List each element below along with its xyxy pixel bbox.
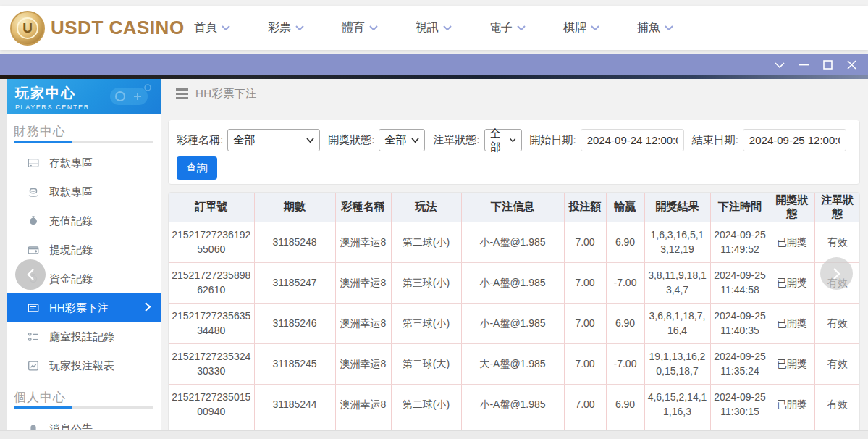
sidebar-item-hh-lottery-bets[interactable]: HH彩票下注 [7, 293, 161, 322]
nav-item-home[interactable]: 首頁 [194, 20, 230, 35]
table-row: 215217272353243033031185245澳洲幸运8第二球(大)大-… [169, 343, 860, 384]
table-cell: 6.90 [606, 303, 644, 343]
table-cell: 有效 [814, 384, 860, 425]
column-header: 注單狀態 [814, 193, 860, 222]
filter-row: 彩種名稱: 全部 開獎狀態: 全部 注單狀態: 全部 [177, 129, 851, 151]
filter-order-status: 注單狀態: 全部 [433, 129, 521, 151]
column-header: 輸贏 [606, 193, 644, 222]
sidebar-item-label: 資金記錄 [49, 272, 93, 286]
close-button[interactable] [845, 59, 858, 72]
nav-item-sports[interactable]: 體育 [342, 20, 378, 35]
minimize-button[interactable] [797, 59, 810, 72]
sidebar-item-deposit-area[interactable]: 存款專區 [7, 149, 161, 177]
chevron-down-icon [775, 62, 785, 68]
nav-item-cards[interactable]: 棋牌 [563, 20, 599, 35]
chevron-down-icon [306, 138, 314, 143]
titlebar-collapse-button[interactable] [773, 59, 786, 72]
search-button[interactable]: 查詢 [177, 156, 217, 180]
nav-item-lottery[interactable]: 彩票 [268, 20, 304, 35]
lottery-ticket-icon [27, 301, 40, 314]
select-value: 全部 [233, 133, 255, 147]
table-cell: 第三球(小) [391, 262, 461, 303]
scroll-right-button[interactable] [820, 257, 853, 290]
breadcrumb: HH彩票下注 [161, 79, 868, 109]
sidebar-item-player-bet-report[interactable]: 玩家投注報表 [7, 351, 161, 380]
column-header: 投注額 [564, 193, 606, 222]
table-cell: 第二球(大) [391, 343, 461, 384]
table-cell: 有效 [814, 343, 860, 384]
table-cell [814, 425, 860, 430]
table-cell: 7.00 [564, 384, 606, 425]
table-row: 215217272358986261031185247澳洲幸运8第三球(小)小-… [169, 262, 860, 303]
table-cell: 2152172723619255060 [169, 222, 254, 262]
column-header: 玩法 [391, 193, 461, 222]
chevron-down-icon [591, 25, 599, 30]
sidebar-item-label: 存款專區 [49, 156, 93, 170]
column-header: 開獎狀態 [770, 193, 814, 222]
sidebar-item-label: 取款專區 [49, 185, 93, 199]
menu-toggle-icon[interactable] [176, 88, 188, 99]
nav-item-fishing[interactable]: 捕魚 [637, 20, 673, 35]
sidebar-collapse-button[interactable] [15, 259, 46, 290]
nav-item-label: 捕魚 [637, 20, 660, 35]
order-status-select[interactable]: 全部 [484, 129, 522, 151]
maximize-button[interactable] [821, 59, 834, 72]
chevron-down-icon [665, 25, 673, 30]
checklist-icon [27, 330, 40, 343]
maximize-icon [823, 60, 833, 70]
sidebar-item-announcements[interactable]: 消息公告 [7, 414, 161, 430]
table-cell: 31185244 [254, 384, 335, 425]
nav-item-video[interactable]: 視訊 [416, 20, 452, 35]
table-cell: 2024-09-25 11:35:24 [710, 343, 770, 384]
column-header: 開獎結果 [644, 193, 710, 222]
table-cell: 第二球(小) [391, 222, 461, 262]
brand-name: USDT CASINO [51, 17, 185, 39]
table-cell: 7.00 [564, 222, 606, 262]
table-cell [564, 425, 606, 430]
select-value: 全部 [384, 133, 406, 147]
table-cell: 7.00 [564, 343, 606, 384]
table-cell: 有效 [814, 303, 860, 343]
start-date-input[interactable] [581, 129, 684, 151]
deposit-card-icon [27, 156, 40, 170]
filter-panel: 彩種名稱: 全部 開獎狀態: 全部 注單狀態: 全部 [168, 120, 860, 185]
table-cell: 31185246 [254, 303, 335, 343]
table-cell: 澳洲幸运8 [335, 384, 391, 425]
filter-start-date: 開始日期: [530, 129, 684, 151]
table-cell: 19,1,13,16,20,15,18,7 [644, 343, 710, 384]
sidebar-item-room-bet-records[interactable]: 廳室投註記錄 [7, 322, 161, 351]
nav-item-label: 電子 [489, 20, 513, 35]
column-header: 彩種名稱 [335, 193, 391, 222]
draw-status-select[interactable]: 全部 [379, 129, 425, 151]
sidebar-item-label: 提現記錄 [49, 243, 93, 257]
table-cell: 1,6,3,16,5,13,12,19 [644, 222, 710, 262]
table-cell: 4,6,15,2,14,11,16,3 [644, 384, 710, 425]
chevron-down-icon [411, 138, 419, 143]
announcement-icon [27, 422, 40, 430]
table-header: 訂單號期數彩種名稱玩法下注信息投注額輸贏開獎結果下注時間開獎狀態注單狀態 [169, 193, 860, 222]
end-date-input[interactable] [743, 129, 846, 151]
table-cell: 2024-09-25 11:49:52 [710, 222, 770, 262]
nav-item-label: 視訊 [416, 20, 439, 35]
sidebar-item-withdraw-area[interactable]: 取款專區 [7, 177, 161, 206]
table-cell: 第三球(小) [391, 303, 461, 343]
sidebar-item-label: 廳室投註記錄 [49, 330, 114, 344]
lottery-name-select[interactable]: 全部 [227, 129, 320, 151]
brand-logo[interactable]: U USDT CASINO [10, 11, 185, 46]
filter-label: 開獎狀態: [328, 133, 374, 147]
nav-item-label: 體育 [342, 20, 365, 35]
table-cell: 2152172723501500940 [169, 384, 254, 425]
table-cell: 澳洲幸运8 [335, 262, 391, 303]
table-cell: 2152172723532430330 [169, 343, 254, 384]
nav-item-slots[interactable]: 電子 [489, 20, 526, 35]
table-cell: 小-A盤@1.985 [461, 262, 564, 303]
bottom-scrollbar-track[interactable] [0, 430, 868, 439]
table-cell [461, 425, 564, 430]
withdraw-coins-icon [27, 185, 40, 198]
sidebar-item-recharge-records[interactable]: 充值記錄 [7, 206, 161, 235]
chevron-down-icon [443, 25, 452, 30]
minimize-icon [799, 64, 809, 66]
bets-table: 訂單號期數彩種名稱玩法下注信息投注額輸贏開獎結果下注時間開獎狀態注單狀態 215… [169, 193, 860, 430]
column-header: 下注時間 [710, 193, 770, 222]
filter-lottery-name: 彩種名稱: 全部 [177, 129, 320, 151]
